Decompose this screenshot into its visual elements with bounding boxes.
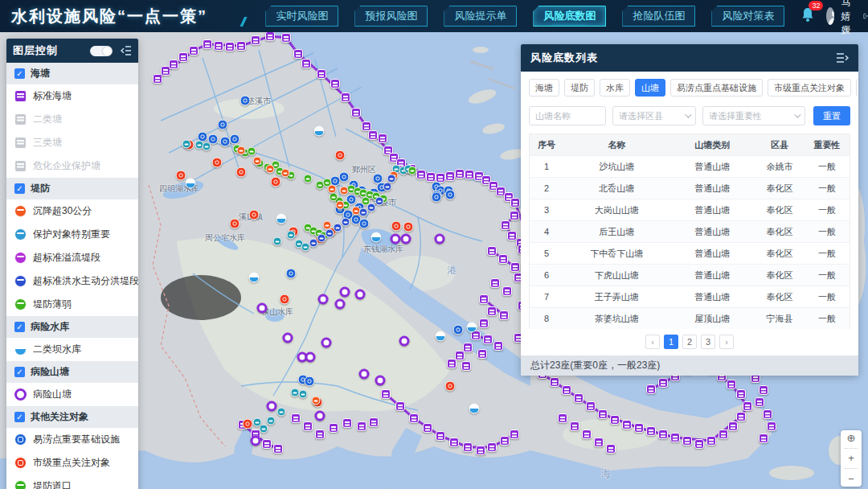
- map-marker-dike_teal[interactable]: [260, 425, 268, 434]
- map-marker-seawall[interactable]: [510, 211, 519, 220]
- layer-item[interactable]: 堤防薄弱: [6, 293, 138, 316]
- map-marker-pond[interactable]: [321, 338, 332, 348]
- map-marker-seawall[interactable]: [498, 254, 508, 264]
- map-marker-pond[interactable]: [257, 303, 268, 314]
- page-button-3[interactable]: 3: [701, 335, 715, 349]
- page-button-1[interactable]: 1: [664, 335, 678, 349]
- map-marker-seawall[interactable]: [203, 39, 212, 49]
- section-checkbox[interactable]: ✓: [14, 322, 25, 332]
- map-marker-cityfocus[interactable]: [212, 158, 223, 168]
- pond-name-input[interactable]: [529, 106, 606, 125]
- map-marker-seawall[interactable]: [153, 74, 162, 84]
- map-marker-seawall[interactable]: [767, 421, 776, 431]
- layer-item[interactable]: 二类坝水库: [6, 338, 138, 361]
- layer-item[interactable]: 超标准洪水主动分洪堤段: [6, 269, 138, 293]
- map-marker-seawall[interactable]: [759, 434, 768, 443]
- map-marker-seawall[interactable]: [281, 33, 291, 43]
- map-marker-seawall[interactable]: [342, 418, 352, 428]
- map-marker-reservoir[interactable]: [467, 323, 477, 333]
- map-marker-pond[interactable]: [340, 287, 350, 298]
- map-marker-seawall[interactable]: [236, 41, 246, 51]
- map-marker-seawall[interactable]: [479, 318, 489, 328]
- map-marker-cityfocus[interactable]: [271, 177, 281, 187]
- map-marker-seawall[interactable]: [178, 52, 188, 62]
- map-marker-dike_teal[interactable]: [253, 418, 262, 427]
- map-marker-pond[interactable]: [283, 333, 293, 343]
- map-marker-seawall[interactable]: [303, 421, 313, 431]
- map-marker-dike_orange[interactable]: [266, 165, 275, 174]
- map-marker-seawall[interactable]: [189, 46, 199, 55]
- map-marker-dike_orange[interactable]: [312, 397, 321, 405]
- map-marker-dike_orange[interactable]: [237, 146, 246, 155]
- map-marker-dike_orange[interactable]: [340, 187, 349, 195]
- map-marker-seawall[interactable]: [759, 385, 768, 395]
- layer-item[interactable]: 病险山塘: [6, 383, 138, 406]
- map-marker-seawall[interactable]: [727, 380, 736, 389]
- table-row[interactable]: 3大岗山山塘普通山塘奉化区一般: [530, 199, 850, 220]
- map-marker-seawall[interactable]: [606, 444, 616, 454]
- map-marker-dike_blue[interactable]: [342, 218, 350, 227]
- map-marker-dike_blue[interactable]: [309, 239, 318, 248]
- map-marker-reservoir[interactable]: [436, 331, 446, 342]
- layer-item[interactable]: 二类塘: [6, 108, 138, 131]
- map-marker-reservoir[interactable]: [314, 126, 325, 137]
- map-marker-dike_blue[interactable]: [326, 229, 334, 238]
- map-marker-seawall[interactable]: [262, 439, 272, 449]
- map-marker-seawall[interactable]: [755, 397, 764, 407]
- map-marker-seawall[interactable]: [369, 417, 379, 427]
- map-marker-seawall[interactable]: [368, 130, 378, 140]
- map-marker-dike_blue[interactable]: [367, 203, 376, 212]
- map-marker-dike_green[interactable]: [330, 193, 338, 202]
- map-marker-dike_teal[interactable]: [203, 142, 211, 151]
- tab-海塘[interactable]: 海塘: [529, 79, 559, 97]
- map-marker-seawall[interactable]: [594, 438, 604, 447]
- map-marker-seawall[interactable]: [487, 246, 497, 256]
- map-marker-seawall[interactable]: [598, 409, 608, 419]
- tab-堤防道口[interactable]: 堤防道口: [856, 79, 858, 97]
- map-marker-floodpoint[interactable]: [305, 376, 315, 387]
- tab-堤防[interactable]: 堤防: [564, 79, 595, 97]
- map-marker-seawall[interactable]: [570, 421, 579, 431]
- map-marker-seawall[interactable]: [574, 393, 583, 403]
- map-marker-seawall[interactable]: [291, 413, 301, 423]
- map-marker-seawall[interactable]: [378, 134, 387, 143]
- map-marker-seawall[interactable]: [634, 423, 644, 433]
- map-marker-seawall[interactable]: [455, 351, 465, 360]
- table-row[interactable]: 1沙坑山塘普通山塘余姚市一般: [530, 155, 850, 177]
- map-marker-seawall[interactable]: [646, 426, 656, 436]
- map-marker-seawall[interactable]: [426, 172, 436, 182]
- notification-bell[interactable]: 32: [800, 6, 815, 26]
- map-marker-pond[interactable]: [318, 294, 329, 305]
- map-marker-dike_green[interactable]: [304, 175, 313, 183]
- map-marker-pond[interactable]: [359, 369, 370, 380]
- layer-item[interactable]: 三类塘: [6, 131, 138, 154]
- nav-button-风险底数图[interactable]: 风险底数图: [533, 6, 606, 27]
- map-marker-seawall[interactable]: [763, 409, 772, 419]
- nav-button-抢险队伍图[interactable]: 抢险队伍图: [622, 6, 695, 27]
- map-marker-seawall[interactable]: [510, 262, 520, 272]
- map-marker-dike_teal[interactable]: [287, 231, 296, 240]
- map-marker-seawall[interactable]: [501, 220, 510, 230]
- tab-水库[interactable]: 水库: [600, 79, 630, 97]
- map-marker-reservoir[interactable]: [371, 232, 382, 243]
- map-marker-seawall[interactable]: [493, 341, 503, 351]
- map-marker-pond[interactable]: [435, 234, 445, 244]
- section-checkbox[interactable]: ✓: [14, 367, 25, 377]
- map-marker-seawall[interactable]: [455, 169, 465, 179]
- section-checkbox[interactable]: ✓: [14, 183, 25, 194]
- map-marker-seawall[interactable]: [293, 49, 303, 59]
- table-row[interactable]: 7王子弄山塘普通山塘奉化区一般: [530, 286, 850, 307]
- map-marker-seawall[interactable]: [476, 446, 485, 455]
- map-marker-seawall[interactable]: [550, 377, 559, 387]
- map-marker-dike_teal[interactable]: [182, 140, 191, 149]
- map-marker-pond[interactable]: [401, 234, 411, 244]
- layer-item[interactable]: 保护对象特别重要: [6, 223, 138, 246]
- map-marker-seawall[interactable]: [225, 42, 235, 51]
- map-marker-seawall[interactable]: [586, 401, 596, 411]
- map-marker-seawall[interactable]: [670, 433, 680, 442]
- map-marker-seawall[interactable]: [479, 294, 489, 304]
- map-marker-seawall[interactable]: [682, 436, 692, 446]
- map-marker-seawall[interactable]: [445, 171, 455, 181]
- tab-市级重点关注对象[interactable]: 市级重点关注对象: [768, 79, 851, 97]
- map-marker-seawall[interactable]: [351, 108, 361, 117]
